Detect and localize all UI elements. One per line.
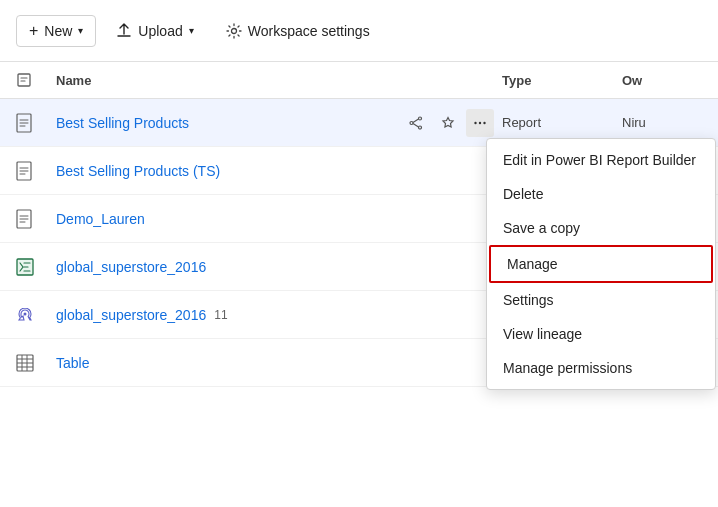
row-badge: 11 bbox=[214, 308, 227, 322]
row-name-link[interactable]: global_superstore_2016 bbox=[56, 307, 206, 323]
header-icon-col bbox=[16, 72, 56, 88]
context-menu: Edit in Power BI Report Builder Delete S… bbox=[486, 138, 716, 390]
svg-point-4 bbox=[410, 121, 413, 124]
row-icon-report bbox=[16, 209, 56, 229]
menu-item-settings-label: Settings bbox=[503, 292, 554, 308]
row-icon-report bbox=[16, 161, 56, 181]
svg-rect-1 bbox=[18, 74, 30, 86]
menu-item-manage-label: Manage bbox=[507, 256, 558, 272]
workspace-settings-label: Workspace settings bbox=[248, 23, 370, 39]
row-name: Table bbox=[56, 355, 502, 371]
svg-point-5 bbox=[419, 126, 422, 129]
row-name-link[interactable]: Best Selling Products (TS) bbox=[56, 163, 220, 179]
row-icon-excel bbox=[16, 258, 56, 276]
svg-point-8 bbox=[483, 121, 485, 123]
row-name: global_superstore_2016 11 bbox=[56, 307, 502, 323]
row-name-link[interactable]: Best Selling Products bbox=[56, 115, 189, 131]
menu-item-delete[interactable]: Delete bbox=[487, 177, 715, 211]
row-icon-dataflow bbox=[16, 306, 56, 324]
new-button-label: New bbox=[44, 23, 72, 39]
menu-item-save-copy-label: Save a copy bbox=[503, 220, 580, 236]
svg-point-3 bbox=[419, 117, 422, 120]
menu-item-delete-label: Delete bbox=[503, 186, 543, 202]
favorite-button[interactable] bbox=[434, 109, 462, 137]
menu-item-view-lineage[interactable]: View lineage bbox=[487, 317, 715, 351]
menu-item-edit-label: Edit in Power BI Report Builder bbox=[503, 152, 696, 168]
upload-chevron-icon: ▾ bbox=[189, 25, 194, 36]
owner-column-header: Ow bbox=[622, 73, 702, 88]
new-chevron-icon: ▾ bbox=[78, 25, 83, 36]
row-icon-table bbox=[16, 354, 56, 372]
gear-icon bbox=[226, 23, 242, 39]
plus-icon: + bbox=[29, 22, 38, 40]
upload-icon bbox=[116, 23, 132, 39]
menu-item-manage-permissions[interactable]: Manage permissions bbox=[487, 351, 715, 385]
type-column-header: Type bbox=[502, 73, 622, 88]
toolbar: + New ▾ Upload ▾ Workspace settings bbox=[0, 0, 718, 62]
svg-point-7 bbox=[479, 121, 481, 123]
row-owner: Niru bbox=[622, 115, 702, 130]
row-name-link[interactable]: global_superstore_2016 bbox=[56, 259, 206, 275]
row-name-link[interactable]: Table bbox=[56, 355, 89, 371]
more-options-button[interactable] bbox=[466, 109, 494, 137]
table-header: Name Type Ow bbox=[0, 62, 718, 99]
workspace-settings-button[interactable]: Workspace settings bbox=[214, 17, 382, 45]
row-name: Best Selling Products (TS) bbox=[56, 163, 502, 179]
svg-point-6 bbox=[474, 121, 476, 123]
menu-item-manage[interactable]: Manage bbox=[489, 245, 713, 283]
menu-item-edit[interactable]: Edit in Power BI Report Builder bbox=[487, 143, 715, 177]
menu-item-save-copy[interactable]: Save a copy bbox=[487, 211, 715, 245]
svg-point-0 bbox=[231, 28, 236, 33]
row-name: Demo_Lauren bbox=[56, 211, 502, 227]
row-icon-report bbox=[16, 113, 56, 133]
share-button[interactable] bbox=[402, 109, 430, 137]
upload-button-label: Upload bbox=[138, 23, 182, 39]
menu-item-view-lineage-label: View lineage bbox=[503, 326, 582, 342]
menu-item-settings[interactable]: Settings bbox=[487, 283, 715, 317]
svg-point-12 bbox=[24, 312, 27, 315]
row-actions bbox=[402, 109, 494, 137]
upload-button[interactable]: Upload ▾ bbox=[104, 17, 205, 45]
menu-item-manage-permissions-label: Manage permissions bbox=[503, 360, 632, 376]
row-type: Report bbox=[502, 115, 622, 130]
row-name-link[interactable]: Demo_Lauren bbox=[56, 211, 145, 227]
row-name: global_superstore_2016 bbox=[56, 259, 502, 275]
new-button[interactable]: + New ▾ bbox=[16, 15, 96, 47]
name-column-header: Name bbox=[56, 73, 502, 88]
row-name: Best Selling Products bbox=[56, 115, 402, 131]
